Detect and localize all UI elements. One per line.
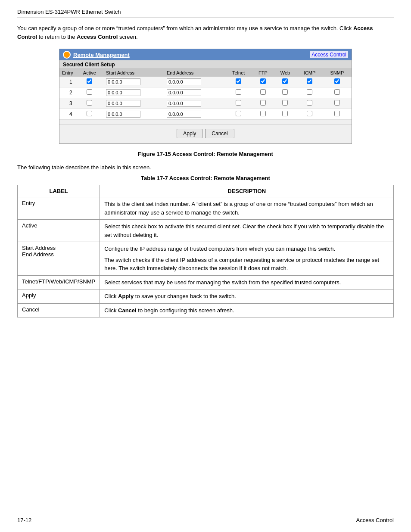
- active-checkbox[interactable]: [87, 78, 92, 84]
- following-text: The following table describes the labels…: [17, 164, 394, 171]
- snmp-cell[interactable]: [323, 77, 352, 87]
- rm-header-bar: Remote Management Access Control: [59, 49, 352, 60]
- telnet-cell[interactable]: [225, 98, 252, 109]
- table-row: 3: [59, 98, 352, 109]
- snmp-checkbox[interactable]: [334, 78, 340, 84]
- end-address-input[interactable]: [167, 111, 201, 118]
- ftp-cell[interactable]: [252, 87, 274, 98]
- web-cell[interactable]: [274, 98, 297, 109]
- telnet-checkbox[interactable]: [236, 100, 241, 106]
- snmp-checkbox[interactable]: [334, 111, 340, 116]
- active-cell[interactable]: [76, 98, 103, 109]
- orange-circle-icon: [63, 51, 71, 59]
- telnet-checkbox[interactable]: [236, 111, 241, 116]
- desc-label-active: Active: [18, 220, 100, 242]
- snmp-checkbox[interactable]: [334, 89, 340, 95]
- telnet-cell[interactable]: [225, 77, 252, 87]
- intro-text-after-bold1: to return to the: [37, 34, 77, 40]
- start-address-cell[interactable]: [103, 87, 164, 98]
- web-checkbox[interactable]: [282, 111, 288, 116]
- footer-left: 17-12: [17, 517, 31, 523]
- start-address-cell[interactable]: [103, 98, 164, 109]
- start-address-input[interactable]: [106, 89, 140, 96]
- telnet-cell[interactable]: [225, 87, 252, 98]
- web-checkbox[interactable]: [282, 78, 288, 84]
- end-address-input[interactable]: [167, 89, 201, 96]
- snmp-cell[interactable]: [323, 98, 352, 109]
- start-address-input[interactable]: [106, 100, 140, 107]
- telnet-checkbox[interactable]: [236, 89, 241, 95]
- rm-header-left: Remote Management: [63, 51, 130, 59]
- web-cell[interactable]: [274, 77, 297, 87]
- snmp-checkbox[interactable]: [334, 100, 340, 106]
- icmp-checkbox[interactable]: [307, 78, 312, 84]
- ftp-cell[interactable]: [252, 109, 274, 120]
- intro-paragraph: You can specify a group of one or more “…: [17, 24, 394, 41]
- active-cell[interactable]: [76, 109, 103, 120]
- ftp-checkbox[interactable]: [260, 111, 266, 116]
- end-address-cell[interactable]: [164, 98, 225, 109]
- icmp-checkbox[interactable]: [307, 100, 312, 106]
- telnet-cell[interactable]: [225, 109, 252, 120]
- active-checkbox[interactable]: [87, 111, 92, 116]
- end-address-input[interactable]: [167, 78, 201, 85]
- desc-text-cancel: Click Cancel to begin configuring this s…: [100, 303, 394, 317]
- ftp-cell[interactable]: [252, 98, 274, 109]
- snmp-cell[interactable]: [323, 109, 352, 120]
- desc-col-desc-header: DESCRIPTION: [100, 185, 394, 197]
- start-address-cell[interactable]: [103, 109, 164, 120]
- page-header-title: Dimension ES-3124PWR Ethernet Switch: [17, 9, 121, 15]
- snmp-cell[interactable]: [323, 87, 352, 98]
- start-address-input[interactable]: [106, 111, 140, 118]
- active-cell[interactable]: [76, 87, 103, 98]
- desc-row-addresses: Start AddressEnd AddressConfigure the IP…: [18, 242, 394, 276]
- entry-cell: 2: [59, 87, 76, 98]
- end-address-input[interactable]: [167, 100, 201, 107]
- desc-label-apply: Apply: [18, 289, 100, 304]
- table-row: 1: [59, 77, 352, 87]
- apply-cancel-row: Apply Cancel: [59, 124, 352, 143]
- cancel-button[interactable]: Cancel: [205, 129, 234, 138]
- desc-row-active: ActiveSelect this check box to activate …: [18, 220, 394, 242]
- access-control-link[interactable]: Access Control: [310, 51, 348, 58]
- ftp-checkbox[interactable]: [260, 78, 266, 84]
- end-address-cell[interactable]: [164, 77, 225, 87]
- ftp-checkbox[interactable]: [260, 100, 266, 106]
- ftp-cell[interactable]: [252, 77, 274, 87]
- desc-row-entry: EntryThis is the client set index number…: [18, 197, 394, 220]
- page-header: Dimension ES-3124PWR Ethernet Switch: [17, 9, 394, 18]
- start-address-input[interactable]: [106, 78, 140, 85]
- ftp-checkbox[interactable]: [260, 89, 266, 95]
- web-checkbox[interactable]: [282, 100, 288, 106]
- end-address-cell[interactable]: [164, 109, 225, 120]
- desc-text-services: Select services that may be used for man…: [100, 275, 394, 289]
- apply-button[interactable]: Apply: [177, 129, 202, 138]
- intro-text-before-bold1: You can specify a group of one or more “…: [17, 25, 353, 31]
- col-entry: Entry: [59, 69, 76, 77]
- web-cell[interactable]: [274, 87, 297, 98]
- telnet-checkbox[interactable]: [236, 78, 241, 84]
- icmp-checkbox[interactable]: [307, 89, 312, 95]
- active-checkbox[interactable]: [87, 89, 92, 95]
- desc-label-cancel: Cancel: [18, 303, 100, 317]
- col-telnet: Telnet: [225, 69, 252, 77]
- web-cell[interactable]: [274, 109, 297, 120]
- screenshot-box: Remote Management Access Control Secured…: [59, 49, 352, 144]
- icmp-cell[interactable]: [296, 109, 323, 120]
- desc-row-services: Telnet/FTP/Web/ICMP/SNMPSelect services …: [18, 275, 394, 289]
- desc-row-apply: ApplyClick Apply to save your changes ba…: [18, 289, 394, 304]
- active-cell[interactable]: [76, 77, 103, 87]
- icmp-cell[interactable]: [296, 87, 323, 98]
- desc-text-active: Select this check box to activate this s…: [100, 220, 394, 242]
- icmp-checkbox[interactable]: [307, 111, 312, 116]
- icmp-cell[interactable]: [296, 98, 323, 109]
- end-address-cell[interactable]: [164, 87, 225, 98]
- active-checkbox[interactable]: [87, 100, 92, 106]
- start-address-cell[interactable]: [103, 77, 164, 87]
- intro-text-after-bold2: screen.: [118, 34, 137, 40]
- desc-text-addresses: Configure the IP address range of truste…: [100, 242, 394, 276]
- web-checkbox[interactable]: [282, 89, 288, 95]
- col-icmp: ICMP: [296, 69, 323, 77]
- icmp-cell[interactable]: [296, 77, 323, 87]
- col-web: Web: [274, 69, 297, 77]
